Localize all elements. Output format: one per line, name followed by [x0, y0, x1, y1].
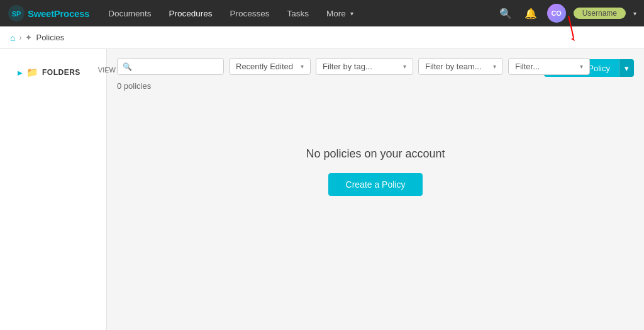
search-icon: 🔍: [123, 62, 132, 71]
filter-bar: 🔍 Recently Edited ▾ Filter by tag... ▾ F…: [117, 58, 634, 75]
create-policy-center-button[interactable]: Create a Policy: [328, 173, 423, 196]
user-menu-chevron-icon[interactable]: ▾: [633, 10, 636, 17]
search-button[interactable]: 🔍: [497, 5, 514, 22]
nav-processes[interactable]: Processes: [221, 0, 278, 26]
folders-toggle[interactable]: ▶ 📁 FOLDERS: [9, 62, 89, 83]
sidebar-header: ▶ 📁 FOLDERS VIEW: [0, 57, 106, 88]
policies-count: 0 policies: [117, 81, 634, 91]
nav-tasks[interactable]: Tasks: [279, 0, 318, 26]
recently-edited-filter[interactable]: Recently Edited ▾: [229, 58, 311, 75]
svg-text:SP: SP: [12, 10, 21, 18]
search-box[interactable]: 🔍: [117, 58, 224, 75]
nav-right-area: 🔍 🔔 CO Username ▾: [497, 4, 636, 23]
filter-by-tag-select[interactable]: Filter by tag... ▾: [316, 58, 413, 75]
nav-procedures[interactable]: Procedures: [160, 0, 221, 26]
breadcrumb: ⌂ › ✦ Policies: [0, 26, 644, 49]
search-input[interactable]: [136, 62, 218, 71]
filter-arrow-icon: ▾: [580, 63, 583, 70]
recently-edited-arrow-icon: ▾: [301, 63, 304, 70]
folders-arrow-icon: ▶: [18, 69, 23, 76]
breadcrumb-current-page: Policies: [36, 33, 64, 42]
folder-icon: 📁: [26, 67, 38, 78]
user-name-display[interactable]: Username: [574, 8, 626, 19]
notifications-button[interactable]: 🔔: [522, 5, 540, 22]
nav-items: Documents Procedures Processes Tasks Mor…: [99, 0, 497, 26]
filter-by-tag-arrow-icon: ▾: [403, 63, 406, 70]
content-area: 🔍 Recently Edited ▾ Filter by tag... ▾ F…: [107, 49, 644, 330]
brand-name: SweetProcess: [28, 8, 89, 19]
brand-logo-area[interactable]: SP SweetProcess: [8, 4, 89, 22]
navbar: SP SweetProcess Documents Procedures Pro…: [0, 0, 644, 26]
avatar[interactable]: CO: [547, 4, 566, 23]
breadcrumb-separator: ›: [19, 33, 21, 42]
home-icon[interactable]: ⌂: [10, 33, 15, 43]
nav-documents[interactable]: Documents: [99, 0, 160, 26]
empty-state: No policies on your account Create a Pol…: [117, 110, 634, 234]
main-container: ▶ 📁 FOLDERS VIEW 🔍 Recently Edited ▾ Fil…: [0, 49, 644, 330]
nav-more[interactable]: More ▾: [318, 0, 362, 26]
filter-select[interactable]: Filter... ▾: [508, 58, 590, 75]
policies-breadcrumb-icon: ✦: [25, 33, 32, 42]
empty-state-title: No policies on your account: [306, 147, 445, 161]
filter-by-team-arrow-icon: ▾: [493, 63, 496, 70]
filter-by-team-select[interactable]: Filter by team... ▾: [418, 58, 503, 75]
folders-label: FOLDERS: [42, 68, 80, 77]
sidebar: ▶ 📁 FOLDERS VIEW: [0, 49, 107, 330]
sweetprocess-logo-icon: SP: [8, 4, 25, 22]
